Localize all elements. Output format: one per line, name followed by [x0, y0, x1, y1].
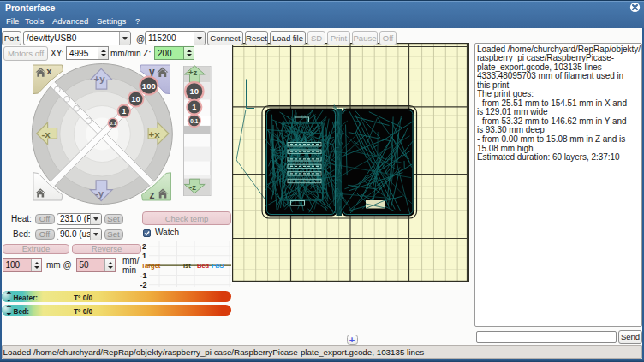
svg-text:-z: -z — [189, 182, 196, 192]
svg-text:-y: -y — [95, 188, 104, 199]
svg-text:Bed: Bed — [197, 262, 210, 270]
svg-text:-x: -x — [42, 129, 51, 139]
svg-text:0.1: 0.1 — [110, 121, 116, 126]
svg-text:1: 1 — [142, 252, 146, 260]
svg-text:1: 1 — [122, 107, 126, 116]
svg-text:z: z — [150, 189, 155, 201]
svg-text:+x: +x — [149, 129, 161, 139]
svg-text:Ist: Ist — [183, 262, 191, 270]
svg-text:1: 1 — [192, 103, 196, 111]
svg-text:2: 2 — [142, 242, 146, 251]
svg-text:FaO: FaO — [212, 262, 224, 270]
svg-text:+y: +y — [94, 74, 106, 84]
svg-text:0.1: 0.1 — [190, 118, 198, 124]
svg-text:100: 100 — [142, 81, 156, 91]
svg-text:-2: -2 — [140, 281, 147, 288]
svg-text:10: 10 — [190, 86, 200, 96]
svg-text:-1: -1 — [140, 271, 147, 280]
svg-text:10: 10 — [131, 94, 140, 104]
svg-text:Target: Target — [141, 262, 161, 270]
svg-text:+z: +z — [188, 68, 198, 77]
svg-text:x: x — [46, 66, 52, 76]
